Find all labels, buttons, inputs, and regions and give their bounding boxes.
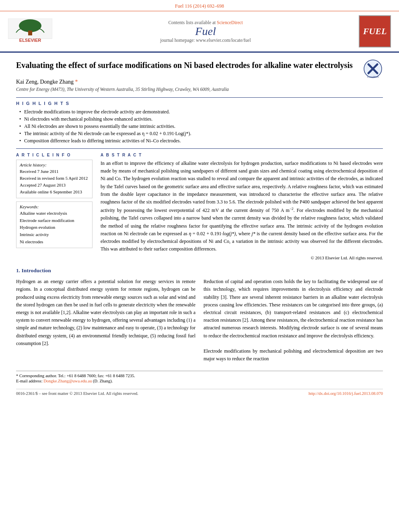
- keyword-item: Electrode surface modification: [20, 217, 89, 224]
- list-item: Composition difference leads to differin…: [19, 137, 383, 144]
- svg-rect-2: [28, 31, 32, 35]
- elsevier-logo: ELSEVIER: [8, 18, 52, 45]
- article-title: Evaluating the effect of surface modific…: [16, 57, 353, 71]
- highlights-list: Electrode modifications to improve the e…: [16, 108, 383, 144]
- list-item: Electrode modifications to improve the e…: [19, 108, 383, 115]
- online-date: Available online 6 September 2013: [20, 189, 89, 195]
- accepted-date: Accepted 27 August 2013: [20, 182, 89, 189]
- received-date: Received 7 June 2011: [20, 168, 89, 175]
- highlights-divider: [16, 97, 383, 98]
- crossmark-svg: CrossMark: [363, 59, 383, 79]
- intro-title: 1. Introduction: [16, 267, 383, 274]
- journal-title: Fuel: [52, 25, 359, 38]
- copyright-text: © 2013 Elsevier Ltd. All rights reserved…: [101, 255, 383, 260]
- history-label: Article history:: [20, 162, 89, 167]
- highlights-title: H I G H L I G H T S: [16, 101, 383, 106]
- title-row: Evaluating the effect of surface modific…: [16, 57, 383, 79]
- sciencedirect-link: Contents lists available at ScienceDirec…: [52, 20, 359, 25]
- fuel-logo: FUEL: [359, 15, 391, 47]
- keyword-item: Ni electrodes: [20, 238, 89, 246]
- article-info-column: A R T I C L E I N F O Article history: R…: [16, 153, 93, 260]
- intro-columns: Hydrogen as an energy carrier offers a p…: [16, 278, 383, 363]
- citation-text: Fuel 116 (2014) 692–698: [175, 3, 224, 9]
- journal-header: ELSEVIER Contents lists available at Sci…: [0, 11, 399, 53]
- intro-col1: Hydrogen as an energy carrier offers a p…: [16, 278, 195, 363]
- affiliation: Centre for Energy (M473), The University…: [16, 87, 383, 92]
- keyword-item: Alkaline water electrolysis: [20, 210, 89, 217]
- journal-citation: Fuel 116 (2014) 692–698: [0, 0, 399, 11]
- author-asterisk: *: [75, 79, 78, 85]
- bottom-bar: 0016-2361/$ – see front matter © 2013 El…: [16, 389, 383, 396]
- authors-line: Kai Zeng, Dongke Zhang *: [16, 79, 383, 85]
- article-history-block: Article history: Received 7 June 2011 Re…: [16, 160, 93, 198]
- footnote-email: E-mail address: Dongke.Zhang@uwa.edu.au …: [16, 379, 383, 383]
- abstract-column: A B S T R A C T In an effort to improve …: [101, 153, 383, 260]
- issn-text: 0016-2361/$ – see front matter © 2013 El…: [16, 391, 138, 396]
- footnote-corresponding: * Corresponding author. Tel.: +61 8 6488…: [16, 374, 383, 378]
- elsevier-logo-svg: ELSEVIER: [8, 18, 52, 45]
- attracted-word: attracted: [204, 325, 220, 331]
- abstract-text: In an effort to improve the efficiency o…: [101, 160, 383, 253]
- keywords-block: Keywords: Alkaline water electrolysis El…: [16, 201, 93, 248]
- intro-col2: Reduction of capital and operation costs…: [204, 278, 383, 363]
- svg-text:CrossMark: CrossMark: [367, 76, 379, 78]
- footnote-area: * Corresponding author. Tel.: +61 8 6488…: [16, 371, 383, 383]
- sciencedirect-anchor[interactable]: ScienceDirect: [217, 20, 243, 25]
- info-abstract-columns: A R T I C L E I N F O Article history: R…: [16, 153, 383, 260]
- main-content: Evaluating the effect of surface modific…: [0, 53, 399, 404]
- svg-text:ELSEVIER: ELSEVIER: [19, 38, 41, 43]
- revised-date: Received in revised form 5 April 2012: [20, 175, 89, 182]
- list-item: The intrinsic activity of the Ni electro…: [19, 130, 383, 137]
- journal-homepage: journal homepage: www.elsevier.com/locat…: [52, 38, 359, 43]
- abstract-title: A B S T R A C T: [101, 153, 383, 157]
- svg-point-1: [19, 19, 41, 32]
- list-item: All Ni electrodes are shown to possess e…: [19, 123, 383, 130]
- keyword-item: Intrinsic activity: [20, 231, 89, 238]
- crossmark-logo[interactable]: CrossMark: [363, 59, 383, 79]
- introduction-section: 1. Introduction Hydrogen as an energy ca…: [16, 267, 383, 363]
- list-item: Ni electrodes with mechanical polishing …: [19, 115, 383, 123]
- article-info-title: A R T I C L E I N F O: [16, 153, 93, 157]
- info-divider: [16, 148, 383, 149]
- doi-link[interactable]: http://dx.doi.org/10.1016/j.fuel.2013.08…: [309, 391, 383, 396]
- footnote-email-link[interactable]: Dongke.Zhang@uwa.edu.au: [43, 379, 92, 383]
- journal-center-block: Contents lists available at ScienceDirec…: [52, 20, 359, 43]
- keywords-label: Keywords:: [20, 204, 89, 209]
- keyword-item: Hydrogen evolution: [20, 224, 89, 231]
